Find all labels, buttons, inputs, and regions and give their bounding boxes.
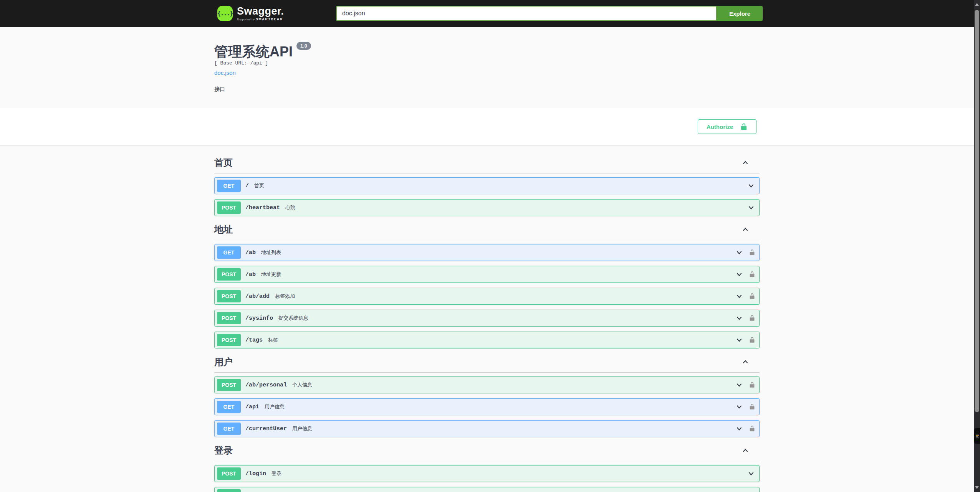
minimap-widget [974, 428, 980, 444]
operation-path: /login [245, 471, 266, 477]
brand-name: Swagger. [237, 6, 284, 17]
operation-controls [735, 424, 755, 433]
operation-controls [735, 270, 755, 279]
operation-path: /ab/add [245, 293, 270, 300]
lock-icon[interactable] [749, 293, 755, 300]
section-header[interactable]: 登录 [214, 442, 760, 461]
authorize-button[interactable]: Authorize [698, 119, 757, 134]
section-operations: POST /login 登录 POST /loginrecord 登录记录 [214, 465, 760, 492]
operation-row[interactable]: POST /ab 地址更新 [214, 266, 760, 283]
api-tag-section: 用户 POST /ab/personal 个人信息 GET /api 用户信息 [214, 354, 760, 437]
operation-controls [735, 381, 755, 389]
operation-path: /ab [245, 249, 256, 256]
lock-icon[interactable] [749, 271, 755, 278]
explore-button[interactable]: Explore [717, 6, 763, 21]
operation-row[interactable]: POST /ab/add 标签添加 [214, 288, 760, 305]
chevron-down-icon[interactable] [735, 248, 743, 257]
chevron-down-icon[interactable] [735, 314, 743, 322]
chevron-down-icon[interactable] [735, 270, 743, 279]
chevron-down-icon[interactable] [735, 292, 743, 300]
lock-icon[interactable] [749, 403, 755, 410]
operation-summary: 个人信息 [292, 381, 312, 388]
operation-summary: 地址更新 [261, 271, 281, 278]
scroll-down-arrow[interactable] [974, 484, 980, 490]
scrollbar-thumb[interactable] [975, 10, 979, 412]
lock-icon[interactable] [749, 425, 755, 432]
authorize-label: Authorize [707, 124, 733, 130]
brand-text: Swagger. Supported by SMARTBEAR [237, 6, 284, 21]
section-operations: POST /ab/personal 个人信息 GET /api 用户信息 GET… [214, 376, 760, 437]
chevron-up-icon[interactable] [741, 446, 750, 455]
section-header[interactable]: 用户 [214, 354, 760, 373]
operation-path: / [245, 183, 249, 189]
chevron-down-icon[interactable] [735, 403, 743, 411]
lock-icon[interactable] [749, 381, 755, 388]
chevron-down-icon[interactable] [735, 424, 743, 433]
section-header[interactable]: 首页 [214, 155, 760, 173]
scheme-container: Authorize [0, 108, 974, 145]
operation-row[interactable]: POST /tags 标签 [214, 332, 760, 348]
method-badge: POST [217, 290, 241, 302]
operation-controls [735, 336, 755, 344]
api-tag-section: 首页 GET / 首页 POST /heartbeat 心跳 [214, 155, 760, 216]
method-badge: POST [217, 379, 241, 391]
section-title: 首页 [214, 157, 233, 168]
operation-row[interactable]: POST /login 登录 [214, 465, 760, 482]
swagger-braces-icon: {...} [217, 6, 233, 21]
chevron-down-icon[interactable] [735, 336, 743, 344]
operation-controls [735, 403, 755, 411]
operation-controls [747, 182, 755, 190]
api-tag-section: 登录 POST /login 登录 POST /loginrecord 登录记录 [214, 442, 760, 492]
unlocked-padlock-icon [740, 123, 748, 131]
doc-json-link[interactable]: doc.json [214, 69, 236, 76]
operation-controls [747, 469, 755, 478]
supported-by-label: Supported by SMARTBEAR [237, 18, 284, 21]
method-badge: POST [217, 201, 241, 214]
operation-path: /ab [245, 271, 256, 278]
scroll-up-arrow[interactable] [974, 1, 980, 7]
swagger-logo[interactable]: {...} Swagger. Supported by SMARTBEAR [217, 6, 284, 21]
api-description: 接口 [214, 86, 760, 92]
chevron-down-icon[interactable] [747, 203, 755, 212]
operation-summary: 心跳 [285, 204, 295, 211]
operation-row[interactable]: POST /heartbeat 心跳 [214, 199, 760, 216]
operation-controls [747, 203, 755, 212]
info-section: 管理系统API 1.0 [ Base URL: /api ] doc.json … [0, 27, 974, 108]
chevron-down-icon[interactable] [735, 381, 743, 389]
operation-summary: 标签 [268, 337, 278, 343]
lock-icon[interactable] [749, 337, 755, 343]
section-title: 用户 [214, 356, 233, 368]
operation-row[interactable]: POST /ab/personal 个人信息 [214, 376, 760, 393]
chevron-down-icon[interactable] [747, 182, 755, 190]
operation-row[interactable]: POST /sysinfo 提交系统信息 [214, 310, 760, 327]
chevron-up-icon[interactable] [741, 225, 750, 234]
method-badge: POST [217, 312, 241, 324]
operation-summary: 用户信息 [265, 403, 285, 410]
operation-row[interactable]: GET /api 用户信息 [214, 398, 760, 415]
section-title: 地址 [214, 224, 233, 235]
operation-path: /sysinfo [245, 315, 273, 322]
explore-form: Explore [336, 6, 763, 21]
operation-summary: 地址列表 [261, 249, 281, 256]
operation-controls [735, 248, 755, 257]
chevron-down-icon[interactable] [747, 469, 755, 478]
method-badge: POST [217, 334, 241, 346]
operation-path: /tags [245, 337, 263, 343]
operation-row[interactable]: GET /ab 地址列表 [214, 244, 760, 261]
operation-row[interactable]: POST /loginrecord 登录记录 [214, 487, 760, 492]
method-badge: GET [217, 246, 241, 259]
section-operations: GET /ab 地址列表 POST /ab 地址更新 POST /ab/add … [214, 244, 760, 348]
search-input[interactable] [336, 6, 717, 21]
api-tag-section: 地址 GET /ab 地址列表 POST /ab 地址更新 [214, 221, 760, 348]
operation-controls [735, 292, 755, 300]
chevron-up-icon[interactable] [741, 158, 750, 167]
operation-row[interactable]: GET / 首页 [214, 177, 760, 194]
method-badge: GET [217, 423, 241, 435]
section-header[interactable]: 地址 [214, 221, 760, 240]
lock-icon[interactable] [749, 315, 755, 322]
operation-path: /currentUser [245, 426, 287, 432]
lock-icon[interactable] [749, 249, 755, 256]
scrollbar[interactable] [974, 0, 980, 492]
operation-row[interactable]: GET /currentUser 用户信息 [214, 420, 760, 437]
chevron-up-icon[interactable] [741, 358, 750, 366]
